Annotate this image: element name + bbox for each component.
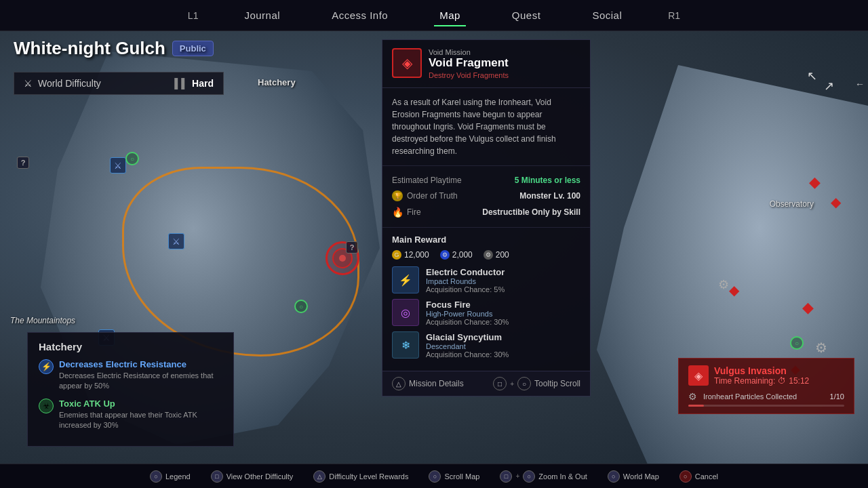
zoom-label: Zoom In & Out xyxy=(538,472,587,481)
difficulty-rewards-icon: △ xyxy=(313,470,326,483)
nav-marker-1[interactable]: ⚔ xyxy=(168,233,184,249)
red-diamond-3[interactable]: ◆ xyxy=(729,282,739,298)
gold-value: 12,000 xyxy=(404,250,429,260)
zoom-action[interactable]: □ + ○ Zoom In & Out xyxy=(500,470,587,483)
unknown-marker-1[interactable]: ? xyxy=(17,157,29,169)
red-diamond-1[interactable]: ◆ xyxy=(809,174,821,191)
gold-icon: G xyxy=(392,250,401,260)
mission-details-btn[interactable]: △ Mission Details xyxy=(392,377,464,390)
toxic-effect-name: Toxic ATK Up xyxy=(59,399,222,409)
blue-value: 2,000 xyxy=(452,250,473,260)
reward-info-2: Glacial Syncytium Descendant Acquisition… xyxy=(426,332,580,359)
scroll-map-action[interactable]: ○ Scroll Map xyxy=(429,470,479,483)
red-diamond-2[interactable]: ◆ xyxy=(831,194,841,210)
mission-header: ◈ Void Mission Void Fragment Destroy Voi… xyxy=(382,40,590,88)
reward-sub-1: High-Power Rounds xyxy=(426,310,580,318)
reward-info-0: Electric Conductor Impact Rounds Acquisi… xyxy=(426,267,580,293)
vulgus-title: Vulgus Invasion xyxy=(714,365,809,376)
toxic-effect-text: Toxic ATK Up Enemies that appear have th… xyxy=(59,399,222,431)
order-icon: 🏆 xyxy=(392,190,403,201)
location-title: White-night Gulch xyxy=(14,38,165,59)
reward-icon-glacial: ❄ xyxy=(392,331,419,359)
arrow-marker-2: ↗ xyxy=(824,79,834,94)
gray-icon: ⚙ xyxy=(484,250,493,260)
nav-marker-2[interactable]: ⚔ xyxy=(110,157,126,174)
fire-icon: 🔥 xyxy=(392,207,403,218)
visibility-badge[interactable]: Public xyxy=(172,41,214,56)
mission-footer: △ Mission Details □ + ○ Tooltip Scroll xyxy=(382,371,590,396)
mission-name: Void Fragment xyxy=(429,56,509,70)
r1-button[interactable]: R1 xyxy=(668,10,680,21)
tooltip-plus: + xyxy=(510,380,514,388)
mission-description: As a result of Karel using the Ironheart… xyxy=(382,88,590,166)
progress-bar-fill xyxy=(688,405,704,407)
mission-panel: ◈ Void Mission Void Fragment Destroy Voi… xyxy=(382,39,591,396)
reward-sub-0: Impact Rounds xyxy=(426,277,580,285)
difficulty-bar: ⚔ World Difficulty ▌▌ Hard xyxy=(14,72,224,95)
progress-gear-icon: ⚙ xyxy=(688,391,699,402)
difficulty-label-row: ⚔ World Difficulty xyxy=(24,78,101,89)
difficulty-bars-icon: ▌▌ xyxy=(174,78,188,89)
mission-stats: Estimated Playtime 5 Minutes or less 🏆 O… xyxy=(382,166,590,228)
mission-icon: ◈ xyxy=(392,48,422,78)
gear-marker-1[interactable]: ⚙ xyxy=(718,277,729,292)
cancel-action[interactable]: ○ Cancel xyxy=(679,470,718,483)
currency-blue: ⚙ 2,000 xyxy=(440,250,473,260)
view-other-difficulty-action[interactable]: □ View Other Difficulty xyxy=(211,470,294,483)
glacial-icon: ❄ xyxy=(401,339,410,352)
reward-icon-focus: ◎ xyxy=(392,299,419,326)
order-label-wrap: 🏆 Order of Truth xyxy=(392,190,458,201)
playtime-value: 5 Minutes or less xyxy=(515,176,580,185)
reward-currency-row: G 12,000 ⚙ 2,000 ⚙ 200 xyxy=(392,250,580,260)
reward-name-2: Glacial Syncytium xyxy=(426,332,580,342)
legend-action[interactable]: ○ Legend xyxy=(150,470,191,483)
mission-subtitle: Destroy Void Fragments xyxy=(429,71,509,79)
fire-value: Destructible Only by Skill xyxy=(482,207,580,217)
gear-marker-2[interactable]: ⚙ xyxy=(815,340,827,356)
reward-icon-electric: ⚡ xyxy=(392,266,419,293)
green-marker-2[interactable]: ○ xyxy=(125,152,139,165)
difficulty-rewards-label: Difficulty Level Rewards xyxy=(329,472,408,481)
scroll-map-label: Scroll Map xyxy=(444,472,479,481)
nav-journal[interactable]: Journal xyxy=(239,7,285,24)
green-marker-3[interactable]: ○ xyxy=(790,336,804,350)
difficulty-label: World Difficulty xyxy=(38,78,101,89)
difficulty-icon: ⚔ xyxy=(24,78,33,89)
void-icon: ◈ xyxy=(402,55,412,71)
unknown-marker-2[interactable]: ? xyxy=(346,241,358,253)
gray-value: 200 xyxy=(496,250,509,260)
details-btn-icon: △ xyxy=(392,377,406,390)
progress-bar-wrap xyxy=(688,405,844,407)
nav-social[interactable]: Social xyxy=(587,7,627,24)
toxic-effect-icon: ☣ xyxy=(39,399,54,413)
nav-map[interactable]: Map xyxy=(434,7,466,24)
marker-dot xyxy=(339,255,346,262)
l1-button[interactable]: L1 xyxy=(188,10,199,21)
location-name-row: White-night Gulch Public xyxy=(14,38,214,59)
top-navigation: L1 Journal Access Info Map Quest Social … xyxy=(0,0,868,31)
reward-name-0: Electric Conductor xyxy=(426,267,580,277)
tooltip-scroll-btn[interactable]: □ + ○ Tooltip Scroll xyxy=(493,377,580,390)
reward-title: Main Reward xyxy=(392,235,580,245)
green-marker-1[interactable]: ○ xyxy=(294,300,308,313)
vulgus-symbol: ◈ xyxy=(694,369,703,382)
view-difficulty-icon: □ xyxy=(211,470,223,483)
hatchery-panel: Hatchery ⚡ Decreases Electric Resistance… xyxy=(27,332,234,447)
nav-access-info[interactable]: Access Info xyxy=(326,7,393,24)
difficulty-level-rewards-action[interactable]: △ Difficulty Level Rewards xyxy=(313,470,408,483)
reward-item-0: ⚡ Electric Conductor Impact Rounds Acqui… xyxy=(392,266,580,293)
red-diamond-4[interactable]: ◆ xyxy=(802,299,814,317)
nav-quest[interactable]: Quest xyxy=(507,7,547,24)
toxic-effect-desc: Enemies that appear have their Toxic ATK… xyxy=(59,410,222,431)
bottom-bar: ○ Legend □ View Other Difficulty △ Diffi… xyxy=(0,464,868,488)
hatchery-effect-1: ☣ Toxic ATK Up Enemies that appear have … xyxy=(39,399,222,431)
difficulty-level-row: ▌▌ Hard xyxy=(174,78,214,89)
view-difficulty-label: View Other Difficulty xyxy=(226,472,294,481)
hatchery-effect-0: ⚡ Decreases Electric Resistance Decrease… xyxy=(39,359,222,392)
electric-icon: ⚡ xyxy=(399,274,412,287)
vulgus-header: ◈ Vulgus Invasion Time Remaining: ⏱ 15:1… xyxy=(688,365,844,386)
zoom-icon-2: ○ xyxy=(523,470,535,483)
world-map-action[interactable]: ○ World Map xyxy=(608,470,659,483)
reward-sub-2: Descendant xyxy=(426,342,580,350)
location-header: White-night Gulch Public xyxy=(14,38,214,59)
